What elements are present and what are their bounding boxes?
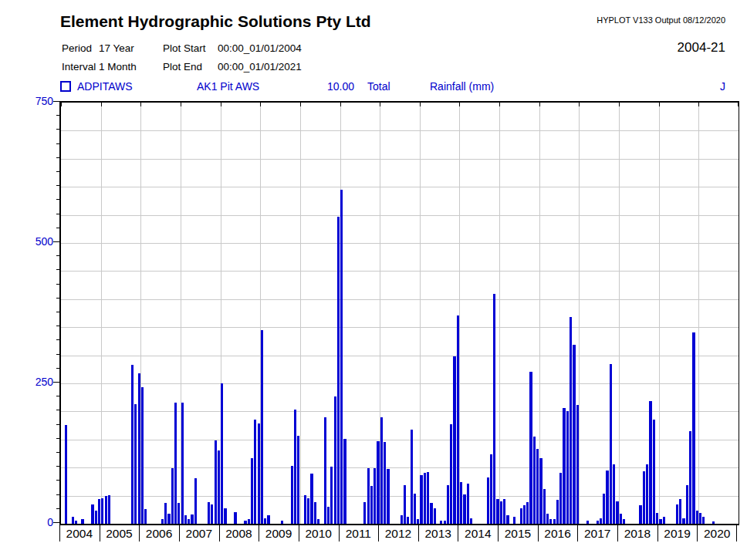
rainfall-bar-2014-Sep [487,477,489,524]
rainfall-bar-2006-Jan [141,387,144,524]
rainfall-bar-2006-Feb [144,509,147,524]
rainfall-bar-2013-Oct [450,424,452,524]
x-axis-label-2017: 2017 [577,527,617,541]
rainfall-bar-2012-Aug [404,485,406,524]
rainfall-bar-2015-May [513,517,515,524]
rainfall-bar-2010-Nov [334,396,336,524]
y-minor-tick [56,115,59,116]
rainfall-bar-2005-Dec [138,373,140,524]
rainfall-bar-2007-Dec [218,450,220,524]
rainfall-bar-2006-Jul [161,519,164,524]
rainfall-bar-2018-Sep [646,464,648,524]
rainfall-bar-2007-Sep [208,502,210,524]
rainfall-bar-2004-Feb [65,425,67,524]
y-major-tick [53,241,59,242]
rainfall-bar-2015-Sep [526,502,529,524]
y-minor-tick [56,396,59,396]
v-gridline [459,103,460,524]
x-axis-label-2013: 2013 [418,527,458,541]
top-year-tick [659,103,660,106]
rainfall-bar-2014-Feb [463,494,465,524]
x-axis-label-2008: 2008 [219,527,259,541]
rainfall-bar-2017-Nov [613,464,615,524]
top-year-tick [459,103,460,106]
plot-area [59,101,739,525]
top-year-tick [539,103,540,106]
rainfall-bar-2017-Jul [600,518,602,524]
rainfall-bar-2015-Nov [533,437,536,524]
rainfall-bar-2019-Sep [686,485,688,524]
y-minor-tick [56,157,59,158]
rainfall-bar-2013-Jul [440,521,442,524]
top-year-tick [340,103,341,106]
y-minor-tick [56,480,59,481]
rainfall-bar-2018-Dec [656,513,658,524]
rainfall-bar-2014-Jan [460,482,462,524]
rainfall-bar-2008-Nov [254,420,256,524]
top-year-tick [738,103,739,106]
rainfall-bar-2016-Nov [573,345,575,524]
y-minor-tick [56,354,59,355]
top-year-tick [101,103,102,106]
rainfall-bar-2013-Jan [420,475,422,524]
rainfall-bar-2014-Apr [470,518,472,524]
rainfall-bar-2019-Jan [659,519,661,524]
h-gridline [61,159,739,160]
plot-range-label: 2004-21 [678,40,725,56]
interval-value: 1 Month [99,61,137,73]
rainfall-bar-2018-Nov [653,420,655,524]
top-year-tick [499,103,500,106]
v-gridline [101,103,102,524]
rainfall-bar-2012-Feb [384,442,386,524]
x-axis-label-2014: 2014 [458,527,498,541]
rainfall-bar-2004-Apr [72,517,74,524]
rainfall-bar-2012-Oct [411,430,413,524]
h-gridline [61,496,739,497]
h-gridline [61,356,739,356]
legend-station-name: AK1 Pit AWS [197,80,259,93]
rainfall-bar-2013-Mar [427,472,429,524]
h-gridline [61,187,739,187]
period-label: Period [62,42,92,54]
rainfall-bar-2016-Feb [543,489,546,524]
y-minor-tick [56,143,59,144]
y-major-tick [53,382,59,383]
v-gridline [300,103,301,524]
rainfall-bar-2011-Aug [363,502,366,524]
hyplot-version-output: HYPLOT V133 Output 08/12/2020 [597,15,725,25]
x-axis-label-2016: 2016 [538,527,578,541]
top-year-tick [300,103,301,106]
rainfall-bar-2011-Sep [367,468,370,524]
rainfall-bar-2004-May [75,521,77,524]
y-minor-tick [56,171,59,172]
x-axis-label-2007: 2007 [179,527,219,541]
rainfall-bar-2017-Mar [586,521,589,524]
rainfall-bar-2012-Jan [380,417,383,524]
rainfall-bar-2019-Dec [696,511,698,524]
rainfall-bar-2008-Jan [221,383,223,524]
rainfall-bar-2005-Nov [134,404,137,524]
rainfall-bar-2012-Mar [387,469,389,524]
rainfall-bar-2007-Oct [211,504,213,524]
rainfall-bar-2016-Mar [546,514,549,524]
rainfall-bar-2013-Dec [457,315,459,524]
x-axis-label-2018: 2018 [617,527,657,541]
x-axis-label-2019: 2019 [657,527,698,541]
x-axis-label-2020: 2020 [697,527,737,541]
rainfall-bar-2018-Aug [643,471,645,524]
rainfall-bar-2019-Jul [679,499,681,524]
top-year-tick [181,103,181,106]
y-minor-tick [56,129,59,130]
top-year-tick [221,103,221,106]
legend-swatch-icon [60,81,71,92]
x-axis-label-2011: 2011 [339,527,379,541]
rainfall-bar-2017-Jun [597,521,599,524]
legend-multiplier: 10.00 [327,80,354,93]
rainfall-bar-2014-Nov [493,294,495,524]
rainfall-bar-2008-Aug [244,521,246,524]
h-gridline [61,271,739,272]
rainfall-bar-2010-Apr [310,474,313,524]
rainfall-bar-2014-Dec [496,499,499,524]
rainfall-bar-2010-Jun [317,519,319,524]
x-axis-label-2004: 2004 [59,527,100,541]
